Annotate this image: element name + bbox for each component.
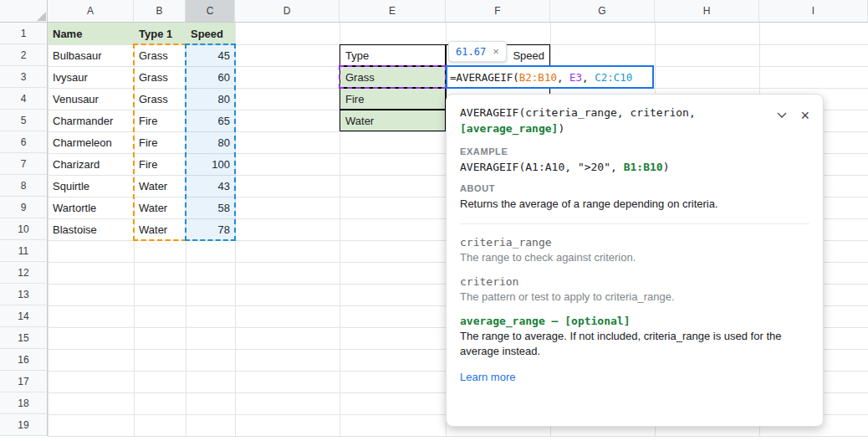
formula-token: =AVERAGEIF( (450, 71, 519, 84)
signature-suffix: ) (558, 122, 564, 135)
example-suffix: ) (663, 161, 670, 173)
cell-B5[interactable]: Fire (134, 110, 186, 131)
column-header-E[interactable]: E (340, 0, 446, 23)
row-header-2[interactable]: 2 (0, 44, 48, 66)
column-header-F[interactable]: F (446, 0, 550, 23)
gridline (186, 23, 186, 436)
preview-value: 61.67 (456, 46, 486, 58)
cell-A5[interactable]: Charmander (48, 110, 134, 131)
formula-edit-cell[interactable]: =AVERAGEIF(B2:B10, E3, C2:C10 (446, 65, 654, 89)
cell-C10[interactable]: 78 (186, 218, 235, 240)
cell-E5[interactable]: Water (340, 110, 446, 131)
cell-B1[interactable]: Type 1 (134, 23, 186, 44)
row-header-9[interactable]: 9 (0, 197, 48, 218)
cell-C1[interactable]: Speed (186, 23, 235, 44)
row-header-8[interactable]: 8 (0, 175, 48, 197)
row-header-10[interactable]: 10 (0, 218, 48, 240)
row-header-14[interactable]: 14 (0, 305, 48, 327)
gridline (235, 23, 236, 436)
cell-E4[interactable]: Fire (340, 88, 446, 110)
cell-B8[interactable]: Water (134, 175, 186, 197)
column-header-I[interactable]: I (759, 0, 868, 23)
divider (460, 223, 809, 224)
formula-token: C2:C10 (595, 71, 632, 84)
column-header-G[interactable]: G (550, 0, 655, 23)
cell-A7[interactable]: Charizard (48, 153, 134, 175)
chevron-down-icon[interactable] (777, 112, 787, 119)
popup-icons: × (777, 108, 809, 123)
cell-B7[interactable]: Fire (134, 153, 186, 175)
row-header-16[interactable]: 16 (0, 349, 48, 371)
example-highlight: B1:B10 (624, 161, 663, 173)
cell-B3[interactable]: Grass (134, 66, 186, 88)
row-header-1[interactable]: 1 (0, 23, 48, 44)
about-label: ABOUT (460, 183, 809, 193)
row-header-6[interactable]: 6 (0, 131, 48, 153)
cell-C7[interactable]: 100 (186, 153, 235, 175)
cell-B6[interactable]: Fire (134, 131, 186, 153)
formula-result-preview: 61.67 × (448, 41, 507, 62)
example-label: EXAMPLE (460, 146, 809, 156)
row-header-12[interactable]: 12 (0, 262, 48, 284)
gridline (134, 23, 135, 436)
cell-A4[interactable]: Venusaur (48, 88, 134, 110)
row-header-15[interactable]: 15 (0, 327, 48, 349)
row-header-5[interactable]: 5 (0, 110, 48, 131)
example-prefix: AVERAGEIF(A1:A10, ">20", (460, 161, 624, 173)
row-header-13[interactable]: 13 (0, 284, 48, 305)
cell-A6[interactable]: Charmeleon (48, 131, 134, 153)
function-help-popup: × AVERAGEIF(criteria_range, criterion, [… (446, 94, 824, 427)
cell-B9[interactable]: Water (134, 197, 186, 218)
cell-E2[interactable]: Type (340, 44, 446, 66)
cell-C4[interactable]: 80 (186, 88, 235, 110)
cell-C8[interactable]: 43 (186, 175, 235, 197)
param-desc-criteria-range: The range to check against criterion. (460, 250, 809, 265)
row-header-17[interactable]: 17 (0, 371, 48, 392)
learn-more-link[interactable]: Learn more (460, 371, 515, 383)
param-name-criterion: criterion (460, 275, 809, 288)
formula-token: , (557, 71, 569, 84)
cell-A3[interactable]: Ivysaur (48, 66, 134, 88)
signature-optional-arg: [average_range] (460, 122, 558, 135)
cell-A2[interactable]: Bulbasaur (48, 44, 134, 66)
cell-E3[interactable]: Grass (340, 66, 446, 88)
column-header-A[interactable]: A (48, 0, 134, 23)
cell-A9[interactable]: Wartortle (48, 197, 134, 218)
cell-C3[interactable]: 60 (186, 66, 235, 88)
formula-token: , (582, 71, 595, 84)
param-name-average-range: average_range – [optional] (460, 315, 809, 327)
cell-B4[interactable]: Grass (134, 88, 186, 110)
select-all-corner[interactable] (0, 0, 48, 23)
about-text: Returns the average of a range depending… (460, 197, 809, 212)
signature-prefix: AVERAGEIF(criteria_range, criterion, (460, 106, 696, 119)
cell-A10[interactable]: Blastoise (48, 218, 134, 240)
column-header-H[interactable]: H (655, 0, 759, 23)
row-header-3[interactable]: 3 (0, 66, 48, 88)
row-header-18[interactable]: 18 (0, 392, 48, 414)
preview-dismiss-icon[interactable]: × (493, 46, 499, 57)
row-header-7[interactable]: 7 (0, 153, 48, 175)
close-icon[interactable]: × (800, 108, 809, 123)
formula-token: B2:B10 (519, 71, 557, 84)
spreadsheet: ABCDEFGHI12345678910111213141516171819Na… (0, 0, 868, 441)
gridline (48, 436, 868, 437)
cell-B10[interactable]: Water (134, 218, 186, 240)
gridline (48, 23, 49, 436)
column-header-D[interactable]: D (235, 0, 340, 23)
param-desc-average-range: The range to average. If not included, c… (460, 329, 809, 359)
param-name-criteria-range: criteria_range (460, 236, 809, 249)
column-header-B[interactable]: B (134, 0, 186, 23)
row-header-4[interactable]: 4 (0, 88, 48, 110)
row-header-19[interactable]: 19 (0, 414, 48, 436)
formula-text: =AVERAGEIF(B2:B10, E3, C2:C10 (450, 71, 632, 84)
cell-C9[interactable]: 58 (186, 197, 235, 218)
cell-A8[interactable]: Squirtle (48, 175, 134, 197)
cell-C5[interactable]: 65 (186, 110, 235, 131)
row-header-11[interactable]: 11 (0, 240, 48, 262)
cell-B2[interactable]: Grass (134, 44, 186, 66)
cell-A1[interactable]: Name (48, 23, 134, 44)
cell-C2[interactable]: 45 (186, 44, 235, 66)
cell-C6[interactable]: 80 (186, 131, 235, 153)
formula-token: E3 (569, 71, 582, 84)
column-header-C[interactable]: C (186, 0, 235, 23)
